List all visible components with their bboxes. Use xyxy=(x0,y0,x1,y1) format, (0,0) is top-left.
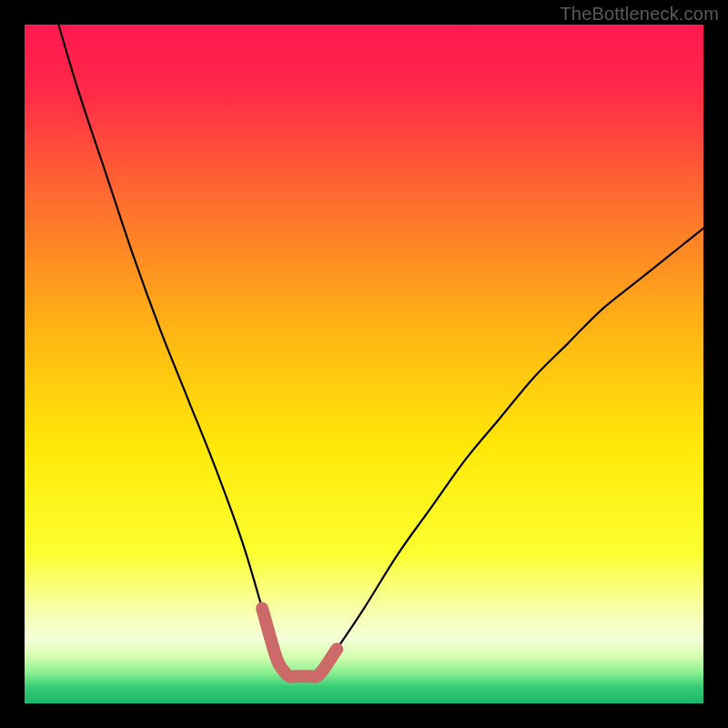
bottleneck-curve xyxy=(25,25,703,703)
watermark-text: TheBottleneck.com xyxy=(560,4,719,25)
chart-frame: TheBottleneck.com xyxy=(0,0,728,728)
curve-line xyxy=(58,25,703,677)
plot-area xyxy=(25,25,703,703)
optimal-band-marker xyxy=(262,609,337,677)
